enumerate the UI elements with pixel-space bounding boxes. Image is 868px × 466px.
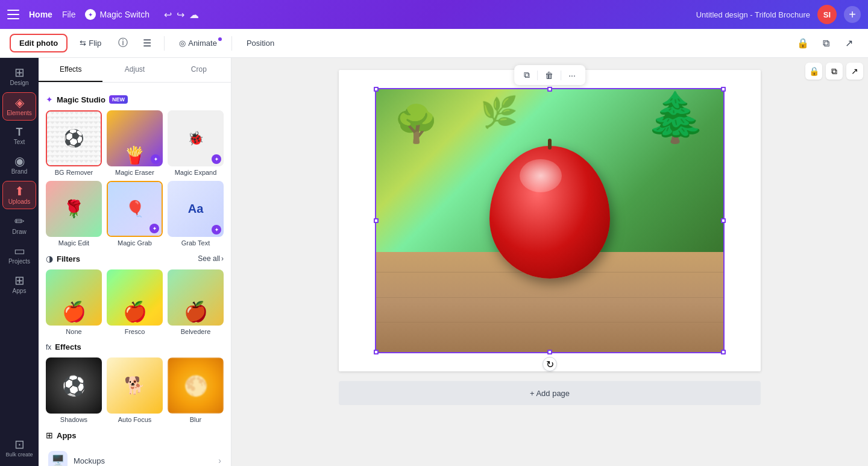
filter-none-label: None <box>66 328 81 335</box>
topbar: Home File Magic Switch ↩ ↪ ☁ Untitled de… <box>0 0 868 29</box>
filter-none-item[interactable]: 🍎 None <box>46 269 102 335</box>
add-button[interactable]: + <box>844 6 861 23</box>
effect-blur-thumb: 🌕 <box>168 357 224 414</box>
resize-handle-tm[interactable] <box>547 87 552 92</box>
sidebar-item-bulk[interactable]: ⊡ Bulk create <box>2 435 36 461</box>
image-container[interactable]: ⧉ 🗑 ··· 🌳 🌲 🌿 <box>375 88 725 353</box>
filters-icon: ◑ <box>46 254 53 263</box>
sidebar-item-design[interactable]: ⊞ Design <box>2 63 36 90</box>
edit-photo-button[interactable]: Edit photo <box>10 34 68 52</box>
grab-text-item[interactable]: Aa ✦ Grab Text <box>168 181 224 247</box>
magic-grab-label: Magic Grab <box>118 239 152 247</box>
effects-grid: ⚽ Shadows 🐕 Auto Focus 🌕 Blur <box>46 357 224 423</box>
file-button[interactable]: File <box>62 10 76 19</box>
info-button[interactable]: ⓘ <box>113 34 133 53</box>
bulk-icon: ⊡ <box>14 438 25 450</box>
bg-remover-item[interactable]: ⚽ BG Remover <box>46 110 102 176</box>
resize-handle-mr[interactable] <box>721 218 726 223</box>
magic-eraser-item[interactable]: 🍟 ✦ Magic Eraser <box>107 110 163 176</box>
resize-handle-tl[interactable] <box>374 87 379 92</box>
magic-grab-item[interactable]: 🎈 ✦ Magic Grab <box>107 181 163 247</box>
lock-button[interactable]: 🔒 <box>793 34 813 53</box>
elements-icon: ◈ <box>15 96 24 109</box>
avatar[interactable]: SI <box>817 5 837 24</box>
effect-blur-item[interactable]: 🌕 Blur <box>168 357 224 423</box>
magic-switch-icon <box>85 9 96 20</box>
filters-grid: 🍎 None 🍎 Fresco 🍎 Belvedere <box>46 269 224 335</box>
resize-handle-bl[interactable] <box>374 350 379 354</box>
share-button[interactable]: ↗ <box>839 34 858 53</box>
resize-handle-br[interactable] <box>721 350 726 354</box>
magic-switch-button[interactable]: Magic Switch <box>85 9 149 20</box>
sidebar-item-elements[interactable]: ◈ Elements <box>2 92 36 121</box>
undo-button[interactable]: ↩ <box>164 9 172 20</box>
canvas-top-right: 🔒 ⧉ ↗ <box>805 63 863 80</box>
magic-studio-title: Magic Studio <box>57 95 105 104</box>
filter-belvedere-item[interactable]: 🍎 Belvedere <box>168 269 224 335</box>
canvas-share-button[interactable]: ↗ <box>846 63 863 80</box>
magic-grab-thumb: 🎈 ✦ <box>107 181 163 237</box>
cloud-save-button[interactable]: ☁ <box>189 9 199 20</box>
magic-edit-item[interactable]: 🌹 Magic Edit <box>46 181 102 247</box>
separator <box>164 36 165 51</box>
undo-redo-actions: ↩ ↪ ☁ <box>164 9 199 20</box>
animate-button[interactable]: ◎ Animate <box>172 35 224 51</box>
panel-tabs: Effects Adjust Crop <box>39 58 231 83</box>
canvas-duplicate-button[interactable]: ⧉ <box>826 63 843 80</box>
tab-effects[interactable]: Effects <box>39 58 102 82</box>
canvas-scroll[interactable]: ⧉ 🗑 ··· 🌳 🌲 🌿 <box>231 58 868 466</box>
magic-edit-thumb: 🌹 <box>46 181 102 237</box>
position-button[interactable]: Position <box>239 35 281 51</box>
tab-adjust[interactable]: Adjust <box>102 58 166 82</box>
apps-title: Apps <box>57 431 77 440</box>
menu-icon[interactable] <box>7 10 19 19</box>
float-more-button[interactable]: ··· <box>566 69 578 81</box>
sidebar-item-draw[interactable]: ✏ Draw <box>2 212 36 239</box>
effects-header: fx Effects <box>46 342 224 351</box>
flip-button[interactable]: ⇆ Flip <box>72 35 108 51</box>
magic-eraser-thumb: 🍟 ✦ <box>107 110 163 166</box>
separator-2 <box>231 36 232 51</box>
mockups-item[interactable]: 🖥️ Mockups › <box>46 446 224 466</box>
home-button[interactable]: Home <box>29 10 52 19</box>
lines-button[interactable]: ☰ <box>137 34 157 53</box>
draw-icon: ✏ <box>14 215 25 227</box>
apps-icon: ⊞ <box>14 274 25 286</box>
wood-grain-2 <box>376 297 723 298</box>
apps-grid-icon: ⊞ <box>46 430 53 440</box>
rotate-handle[interactable]: ↻ <box>542 357 557 371</box>
apple-fruit <box>489 146 610 279</box>
grab-text-label: Grab Text <box>181 239 210 247</box>
resize-handle-tr[interactable] <box>721 87 726 92</box>
mockups-chevron-icon: › <box>218 456 221 465</box>
float-copy-button[interactable]: ⧉ <box>521 69 532 81</box>
filter-fresco-item[interactable]: 🍎 Fresco <box>107 269 163 335</box>
effect-autofocus-item[interactable]: 🐕 Auto Focus <box>107 357 163 423</box>
redo-button[interactable]: ↪ <box>177 9 184 20</box>
filter-fresco-label: Fresco <box>125 328 145 335</box>
add-page-bar[interactable]: + Add page <box>339 381 761 405</box>
sidebar-item-text[interactable]: T Text <box>2 123 36 149</box>
magic-edit-label: Magic Edit <box>58 239 89 247</box>
sidebar-item-apps[interactable]: ⊞ Apps <box>2 271 36 298</box>
canvas-lock-button[interactable]: 🔒 <box>805 63 822 80</box>
resize-handle-ml[interactable] <box>374 218 379 223</box>
float-delete-button[interactable]: 🗑 <box>542 69 556 81</box>
projects-icon: ▭ <box>14 245 25 257</box>
mockups-icon: 🖥️ <box>48 451 68 466</box>
topbar-left: Home File Magic Switch <box>7 9 149 20</box>
tree-right: 🌲 <box>646 89 706 146</box>
sidebar-item-uploads[interactable]: ⬆ Uploads <box>2 181 36 209</box>
sidebar-item-projects[interactable]: ▭ Projects <box>2 241 36 268</box>
sidebar-item-brand[interactable]: ◉ Brand <box>2 151 36 178</box>
duplicate-button[interactable]: ⧉ <box>816 34 835 53</box>
effect-shadows-item[interactable]: ⚽ Shadows <box>46 357 102 423</box>
tree-left: 🌳 <box>394 102 439 145</box>
filter-belvedere-label: Belvedere <box>181 328 211 335</box>
tab-crop[interactable]: Crop <box>167 58 231 82</box>
design-title: Untitled design - Trifold Brochure <box>696 10 810 19</box>
see-all-filters[interactable]: See all › <box>198 254 224 263</box>
magic-expand-item[interactable]: 🐞 ✦ Magic Expand <box>168 110 224 176</box>
design-icon: ⊞ <box>14 66 25 78</box>
resize-handle-bm[interactable] <box>547 350 552 354</box>
